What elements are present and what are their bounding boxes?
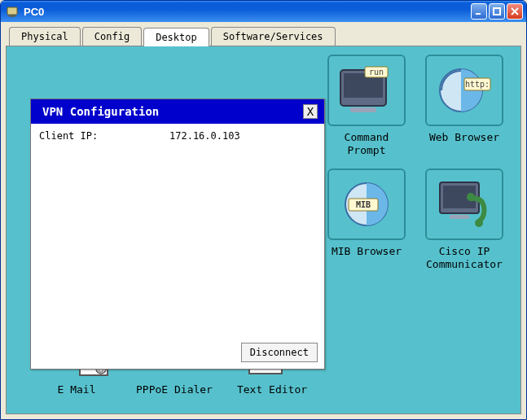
vpn-title-text: VPN Configuration (42, 105, 303, 118)
titlebar[interactable]: PC0 (1, 1, 526, 22)
mib-browser-icon: MIB (327, 168, 406, 240)
vpn-titlebar[interactable]: VPN Configuration X (31, 99, 324, 124)
icon-label: Web Browser (415, 131, 513, 144)
svg-point-19 (475, 219, 483, 227)
vpn-client-ip-row: Client IP: 172.16.0.103 (39, 130, 316, 142)
icon-label: Cisco IP Communicator (415, 245, 513, 270)
app-window: PC0 Physical Config Desktop Software/Ser… (0, 0, 527, 420)
web-browser-icon: http: (425, 55, 503, 126)
app-icon (6, 5, 19, 18)
svg-rect-17 (450, 215, 469, 219)
client-ip-label: Client IP: (39, 130, 169, 142)
icon-label: PPPoE Dialer (125, 383, 223, 396)
svg-rect-1 (9, 15, 15, 17)
client-ip-value: 172.16.0.103 (169, 130, 240, 142)
tabs: Physical Config Desktop Software/Service… (6, 27, 521, 46)
icon-mib-browser[interactable]: MIB MIB Browser (318, 168, 415, 282)
desktop-panel: run Command Prompt http: (6, 46, 521, 414)
icon-cisco-ip-communicator[interactable]: Cisco IP Communicator (415, 168, 513, 282)
svg-rect-0 (7, 7, 17, 15)
vpn-body: Client IP: 172.16.0.103 Disconnect (31, 124, 324, 369)
tab-desktop[interactable]: Desktop (143, 28, 209, 46)
svg-rect-3 (494, 8, 500, 15)
vpn-configuration-window: VPN Configuration X Client IP: 172.16.0.… (30, 98, 325, 370)
titlebar-buttons (471, 3, 523, 20)
svg-text:MIB: MIB (356, 200, 371, 209)
icon-label: E Mail (28, 383, 125, 396)
tab-physical[interactable]: Physical (9, 27, 81, 46)
desktop-area: run Command Prompt http: (16, 55, 511, 410)
window-body: Physical Config Desktop Software/Service… (1, 22, 526, 419)
svg-text:run: run (369, 68, 384, 77)
disconnect-button[interactable]: Disconnect (241, 343, 318, 362)
window-title: PC0 (24, 6, 471, 18)
icon-label: Command Prompt (318, 131, 415, 156)
tab-config[interactable]: Config (82, 27, 142, 46)
svg-text:http:: http: (465, 80, 490, 89)
icon-command-prompt[interactable]: run Command Prompt (318, 55, 415, 168)
minimize-button[interactable] (471, 3, 487, 20)
icon-web-browser[interactable]: http: Web Browser (415, 55, 513, 168)
svg-rect-2 (476, 13, 481, 15)
tab-software[interactable]: Software/Services (211, 27, 336, 46)
icon-label: Text Editor (223, 383, 321, 396)
close-button[interactable] (507, 3, 523, 20)
command-prompt-icon: run (327, 55, 406, 126)
maximize-button[interactable] (489, 3, 505, 20)
vpn-close-button[interactable]: X (303, 104, 318, 119)
svg-rect-8 (350, 107, 376, 112)
svg-point-18 (467, 193, 475, 201)
icon-label: MIB Browser (318, 245, 415, 258)
cisco-ip-icon (425, 168, 503, 240)
